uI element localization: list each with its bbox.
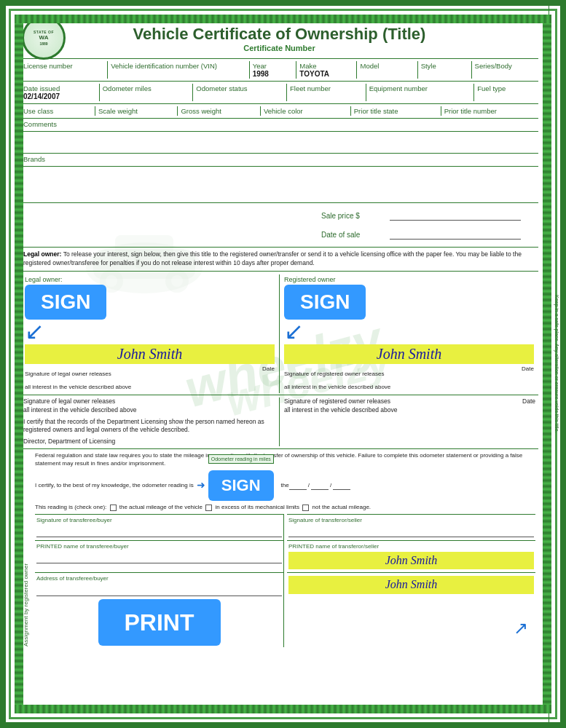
cert-date-label: Date <box>522 397 535 406</box>
check3-label: not the actual mileage. <box>313 504 372 510</box>
sign-button-odometer[interactable]: SIGN <box>208 470 274 502</box>
certify-text: I certify, to the best of my knowledge, … <box>35 481 194 489</box>
legal-owner-name: John Smith <box>25 344 275 364</box>
seller-name-1: John Smith <box>288 552 534 569</box>
date-issued-label: Date issued <box>23 84 96 92</box>
print-arrow-icon: ↗ <box>514 616 528 641</box>
registered-owner-name: John Smith <box>284 344 534 364</box>
address-row: Address of transferee/buyer PRINT ↗ John… <box>35 572 535 647</box>
legal-sig-sub1: Signature of legal owner releases <box>25 371 111 377</box>
year-label: Year <box>253 62 294 70</box>
comments-label: Comments <box>23 120 57 128</box>
document-title: Vehicle Certificate of Ownership (Title) <box>20 25 538 44</box>
arrow-down-legal: ↙ <box>25 320 275 343</box>
sig-seller-label: Signature of transferor/seller <box>288 517 362 523</box>
odometer-reading-label: Odometer reading in miles <box>208 454 274 464</box>
vehicle-color-label: Vehicle color <box>264 107 347 115</box>
assignment-inner: Federal regulation and state law require… <box>32 449 538 649</box>
legal-owner-label: Legal owner: <box>25 276 275 283</box>
series-body-label: Series/Body <box>475 62 535 70</box>
sign-label-legal[interactable]: SIGN <box>25 285 106 320</box>
document-container: wheelzy wheelzy $ Keep in a safe place. … <box>0 0 566 728</box>
registered-owner-label: Registered owner <box>284 276 534 283</box>
sign-button-registered[interactable]: SIGN <box>284 285 534 320</box>
scale-weight-label: Scale weight <box>98 107 174 115</box>
check-row: This reading is (check one): the actual … <box>35 503 535 511</box>
vehicle-color-cell: Vehicle color <box>261 106 351 116</box>
sale-section: Sale price $ Date of sale <box>20 202 538 247</box>
print-name-row: PRINTED name of transferee/buyer PRINTED… <box>35 540 535 573</box>
comments-space <box>20 131 538 153</box>
checkbox-actual[interactable] <box>110 505 117 511</box>
equipment-number-label: Equipment number <box>369 84 471 92</box>
legal-text-section: Legal owner: To release your interest, s… <box>20 247 538 271</box>
check2-label: in excess of its mechanical limits <box>216 504 300 510</box>
comments-row: Comments <box>20 118 538 131</box>
address-buyer-label: Address of transferee/buyer <box>36 575 109 582</box>
print-buyer-col: PRINTED name of transferee/buyer <box>35 540 284 573</box>
reg-sig-date-label: Date <box>522 365 534 373</box>
sign-button-legal[interactable]: SIGN <box>25 285 275 320</box>
assignment-section: Assignment by registered owner Federal r… <box>20 448 538 649</box>
equipment-number-cell: Equipment number <box>366 84 475 101</box>
date-month <box>311 481 329 490</box>
legal-sig-sub2: all interest in the vehicle described ab… <box>25 384 131 390</box>
seller-name2-col: John Smith <box>287 572 535 647</box>
sale-date-line: Date of sale <box>321 229 521 240</box>
sale-price-field <box>390 210 521 221</box>
vin-label: Vehicle identification number (VIN) <box>111 62 245 70</box>
gross-weight-label: Gross weight <box>181 107 256 115</box>
cert-number-label: Certificate Number <box>20 44 538 52</box>
vin-cell: Vehicle identification number (VIN) <box>108 61 249 79</box>
address-buyer-col: Address of transferee/buyer PRINT ↗ <box>35 572 284 647</box>
brands-label: Brands <box>23 155 45 163</box>
sig-seller-col: Signature of transferor/seller <box>287 514 535 540</box>
legal-body: To release your interest, sign below, th… <box>23 250 522 266</box>
check-text: This reading is (check one): <box>35 504 106 510</box>
sig-seller-field <box>288 526 534 537</box>
cert-right: Signature of registered owner releases D… <box>280 397 535 446</box>
sale-price-label: Sale price $ <box>321 212 387 220</box>
legal-sig-date-label: Date <box>262 365 275 373</box>
license-number-cell: License number <box>20 61 108 79</box>
cert-sig-right2: all interest in the vehicle described ab… <box>284 406 535 415</box>
print-seller-label: PRINTED name of transferor/seller <box>288 542 379 550</box>
cert-left: Signature of legal owner releases all in… <box>23 397 280 446</box>
prior-title-number-cell: Prior title number <box>441 106 538 116</box>
field-row-3: Use class Scale weight Gross weight Vehi… <box>20 103 538 118</box>
cert-sig-left1: Signature of legal owner releases <box>23 397 275 406</box>
date-issued-value: 02/14/2007 <box>23 92 96 100</box>
model-cell: Model <box>357 61 417 79</box>
seller-name-2: John Smith <box>288 576 534 593</box>
fleet-number-cell: Fleet number <box>287 84 366 101</box>
date-day <box>289 481 307 490</box>
certification-row: Signature of legal owner releases all in… <box>20 395 538 448</box>
address-buyer-field <box>36 585 282 596</box>
cert-sig-left2: all interest in the vehicle described ab… <box>23 406 275 415</box>
field-row-1: License number Vehicle identification nu… <box>20 58 538 81</box>
assignment-sig-row: Signature of transferee/buyer Signature … <box>35 514 535 540</box>
sign-label-registered[interactable]: SIGN <box>284 285 366 320</box>
prior-title-number-label: Prior title number <box>444 107 535 115</box>
print-button[interactable]: PRINT <box>98 599 221 646</box>
sale-price-line: Sale price $ <box>321 210 521 221</box>
arrow-down-registered: ↙ <box>284 320 534 343</box>
gross-weight-cell: Gross weight <box>178 106 260 116</box>
style-label: Style <box>421 62 468 70</box>
fuel-type-label: Fuel type <box>477 84 535 92</box>
license-number-label: License number <box>23 62 104 70</box>
document-header: STATE OF WASHINGTON Vehicle Certificate … <box>20 16 538 52</box>
sig-buyer-field <box>36 526 282 537</box>
odometer-status-label: Odometer status <box>196 84 283 92</box>
print-seller-col: PRINTED name of transferor/seller John S… <box>287 540 535 573</box>
date-label-certify: the <box>281 481 289 489</box>
checkbox-excess[interactable] <box>205 505 212 511</box>
signature-row: Legal owner: SIGN ↙ John Smith Signature… <box>20 271 538 395</box>
model-label: Model <box>360 62 414 70</box>
checkbox-not-actual[interactable] <box>302 505 309 511</box>
odometer-miles-cell: Odometer miles <box>100 84 194 101</box>
director-label: Director, Department of Licensing <box>23 438 275 446</box>
assignment-vert-label: Assignment by registered owner <box>20 449 32 649</box>
right-side-bar: Keep in a safe place. Any alteration or … <box>549 6 560 722</box>
certify-row: I certify, to the best of my knowledge, … <box>35 470 535 502</box>
